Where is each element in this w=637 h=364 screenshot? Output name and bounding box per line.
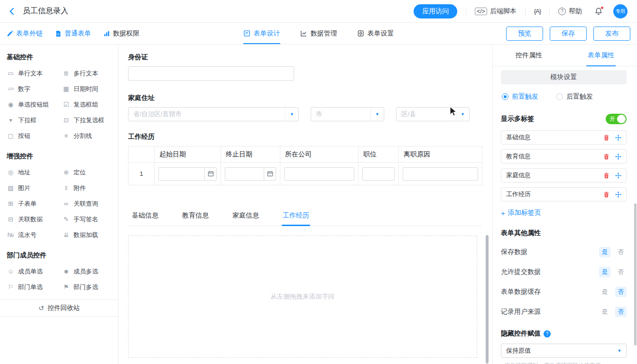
yes-option[interactable]: 是 — [599, 267, 610, 277]
multi-tab-toggle[interactable]: 开 — [606, 114, 627, 124]
app-access-button[interactable]: 应用访问 — [414, 4, 457, 18]
company-input[interactable] — [284, 167, 354, 181]
add-tab-link[interactable]: + 添加标签页 — [501, 209, 627, 217]
panel-scrollbar[interactable] — [634, 203, 637, 346]
control-divider[interactable]: ≡分割线 — [62, 128, 118, 144]
leave-reason-input[interactable] — [403, 167, 478, 181]
move-tag-icon[interactable] — [615, 191, 621, 198]
language-button[interactable]: {A} — [534, 8, 541, 15]
canvas-tab-3[interactable]: 工作经历 — [282, 207, 310, 226]
position-input[interactable] — [362, 167, 395, 181]
move-tag-icon[interactable] — [615, 154, 621, 160]
control-button[interactable]: ▢按钮 — [7, 128, 62, 144]
control-checkbox-group[interactable]: ☑复选框组 — [62, 97, 118, 112]
dropzone[interactable]: 从左侧拖拽来添加字段 — [128, 236, 477, 358]
tab-form-settings[interactable]: 表单设置 — [357, 23, 394, 44]
control-radio-group[interactable]: ◉单选按钮组 — [7, 97, 62, 112]
publish-button[interactable]: 发布 — [593, 27, 630, 41]
normal-form-link[interactable]: 普通表单 — [55, 29, 91, 38]
control-multi-select[interactable]: ⊡下拉复选框 — [62, 112, 118, 128]
yes-option[interactable]: 是 — [599, 247, 610, 257]
control-member-multi[interactable]: ☻成员多选 — [62, 264, 118, 279]
hidden-assign-select[interactable]: 保持原值 ▼ — [501, 344, 627, 358]
user-avatar[interactable]: 专用 — [613, 4, 628, 18]
canvas-scrollbar[interactable] — [486, 235, 489, 364]
control-location[interactable]: ⊕定位 — [62, 164, 118, 180]
control-related-query[interactable]: ∞关联查询 — [62, 196, 118, 211]
canvas-tab-0[interactable]: 基础信息 — [131, 207, 159, 226]
control-number[interactable]: 123数字 — [7, 81, 62, 97]
idcard-input[interactable] — [128, 66, 294, 81]
dropdown-arrow-icon[interactable]: ▼ — [370, 108, 384, 121]
post-trigger-radio[interactable]: 后置触发 — [556, 92, 593, 101]
form-external-link[interactable]: 表单外链 — [7, 29, 43, 38]
move-tag-icon[interactable] — [615, 135, 621, 141]
delete-tag-icon[interactable] — [603, 191, 609, 198]
data-permission-link[interactable]: 数据权限 — [103, 29, 139, 38]
tab-form-design[interactable]: 表单设计 — [243, 23, 280, 44]
control-related-data[interactable]: ⊟关联数据 — [7, 211, 62, 227]
dropdown-arrow-icon[interactable]: ▼ — [285, 108, 298, 121]
center-tabs: 表单设计 数据管理 表单设置 — [243, 23, 394, 44]
control-single-line-text[interactable]: ▭单行文本 — [7, 65, 62, 81]
no-option[interactable]: 否 — [615, 307, 627, 317]
tab-data-manage[interactable]: 数据管理 — [300, 23, 337, 44]
district-select[interactable]: 区/县 ▼ — [396, 107, 470, 121]
city-select[interactable]: 市 ▼ — [311, 107, 384, 121]
help-button[interactable]: ? 帮助 — [558, 7, 582, 16]
recycle-bin[interactable]: ↺ 控件回收站 — [0, 300, 118, 317]
control-serial-number[interactable]: №流水号 — [7, 227, 62, 243]
no-option[interactable]: 否 — [615, 267, 627, 277]
end-date-input[interactable] — [225, 167, 264, 181]
tab-control-properties[interactable]: 控件属性 — [493, 45, 565, 66]
tab-form-properties[interactable]: 表单属性 — [565, 45, 637, 66]
save-button[interactable]: 保存 — [550, 27, 587, 41]
calendar-icon[interactable] — [264, 167, 276, 181]
pre-trigger-radio[interactable]: 前置触发 — [502, 92, 538, 101]
question-badge-icon[interactable]: ? — [544, 330, 551, 337]
canvas-tab-2[interactable]: 家庭信息 — [231, 207, 260, 226]
canvas-tab-1[interactable]: 教育信息 — [181, 207, 210, 226]
move-tag-icon[interactable] — [615, 173, 621, 179]
control-label: 成员单选 — [18, 267, 43, 276]
start-date-input[interactable] — [158, 167, 204, 181]
yes-option[interactable]: 是 — [599, 307, 610, 317]
tag-label: 基础信息 — [506, 133, 531, 142]
no-option[interactable]: 否 — [615, 247, 627, 257]
hidden-assign-value: 保持原值 — [501, 346, 613, 355]
control-multi-line-text[interactable]: ≣多行文本 — [62, 65, 118, 81]
field-label-idcard: 身份证 — [128, 53, 492, 62]
module-settings-button[interactable]: 模块设置 — [501, 70, 627, 84]
no-option[interactable]: 否 — [615, 287, 627, 297]
notification-bell[interactable] — [594, 7, 603, 16]
delete-tag-icon[interactable] — [603, 154, 609, 160]
control-signature[interactable]: ✎手写签名 — [62, 211, 118, 227]
control-label: 关联查询 — [74, 200, 98, 208]
button-icon: ▢ — [7, 132, 15, 139]
pencil-icon — [7, 30, 13, 37]
dropdown-arrow-icon[interactable]: ▼ — [456, 108, 469, 121]
address-row: 省/自治区/直辖市 ▼ 市 ▼ 区/县 ▼ — [128, 107, 492, 121]
control-image[interactable]: ▧图片 — [7, 180, 62, 196]
control-subform[interactable]: ⊞子表单 — [7, 196, 62, 211]
control-member-single[interactable]: ☺成员单选 — [7, 264, 62, 279]
yes-option[interactable]: 是 — [599, 287, 610, 297]
control-dept-single[interactable]: ⚐部门单选 — [7, 279, 62, 295]
control-dept-multi[interactable]: ⚑部门多选 — [62, 279, 118, 295]
control-address[interactable]: ◎地址 — [7, 164, 62, 180]
delete-tag-icon[interactable] — [603, 135, 609, 141]
control-select[interactable]: ▾下拉框 — [7, 112, 62, 128]
back-button[interactable] — [8, 7, 16, 16]
province-select[interactable]: 省/自治区/直辖市 ▼ — [128, 107, 299, 121]
form-prop-row: 表单数据缓存是否 — [501, 287, 627, 297]
delete-tag-icon[interactable] — [603, 173, 609, 179]
calendar-icon[interactable] — [204, 167, 217, 181]
form-prop-label: 保存数据 — [501, 248, 527, 256]
backend-script-label: 后端脚本 — [490, 7, 517, 16]
control-data-load[interactable]: ⇊数据加载 — [62, 227, 118, 243]
control-attachment[interactable]: ⇪附件 — [62, 180, 118, 196]
backend-script-button[interactable]: </> 后端脚本 — [475, 7, 516, 16]
table-row: 1 — [129, 163, 482, 185]
control-datetime[interactable]: ▦日期时间 — [62, 81, 118, 97]
preview-button[interactable]: 预览 — [506, 27, 543, 41]
